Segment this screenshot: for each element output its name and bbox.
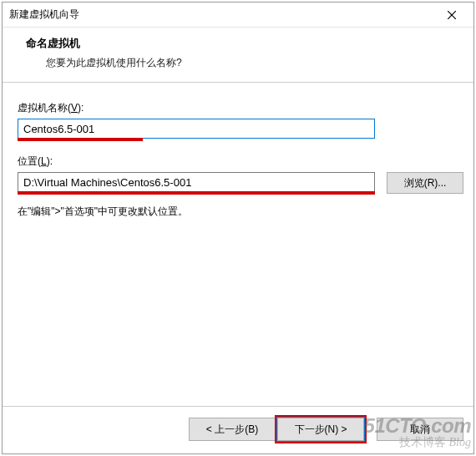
close-button[interactable] xyxy=(435,3,468,27)
location-label-suffix: ): xyxy=(47,155,53,167)
browse-button-label: 浏览(R)... xyxy=(404,177,447,189)
page-title: 命名虚拟机 xyxy=(26,36,463,51)
wizard-footer: < 上一步(B) 下一步(N) > 取消 xyxy=(3,406,473,453)
location-input[interactable] xyxy=(18,172,375,192)
page-subtitle: 您要为此虚拟机使用什么名称? xyxy=(46,56,463,70)
vmname-input[interactable] xyxy=(18,119,375,139)
annotation-next-highlight: 下一步(N) > xyxy=(275,415,367,443)
window-title: 新建虚拟机向导 xyxy=(9,8,435,22)
location-label-prefix: 位置( xyxy=(18,155,41,167)
default-location-hint: 在"编辑">"首选项"中可更改默认位置。 xyxy=(18,205,458,219)
vmname-label-prefix: 虚拟机名称( xyxy=(18,102,71,114)
vmname-label: 虚拟机名称(V): xyxy=(18,101,458,115)
location-label: 位置(L): xyxy=(18,155,458,169)
location-row: 浏览(R)... xyxy=(18,172,458,195)
wizard-header: 命名虚拟机 您要为此虚拟机使用什么名称? xyxy=(3,28,473,83)
vmname-label-suffix: ): xyxy=(78,102,84,114)
titlebar: 新建虚拟机向导 xyxy=(3,3,473,28)
wizard-content: 虚拟机名称(V): 位置(L): 浏览(R)... 在"编辑">"首选项"中可更… xyxy=(3,83,473,406)
vmname-label-key: V xyxy=(71,102,78,114)
next-button[interactable]: 下一步(N) > xyxy=(277,418,364,441)
annotation-underline xyxy=(18,191,375,195)
location-label-key: L xyxy=(41,155,47,167)
wizard-window: 新建虚拟机向导 命名虚拟机 您要为此虚拟机使用什么名称? 虚拟机名称(V): 位… xyxy=(2,2,474,454)
close-icon xyxy=(448,11,456,19)
back-button[interactable]: < 上一步(B) xyxy=(189,418,276,441)
browse-button[interactable]: 浏览(R)... xyxy=(387,172,463,194)
cancel-button[interactable]: 取消 xyxy=(377,418,463,441)
